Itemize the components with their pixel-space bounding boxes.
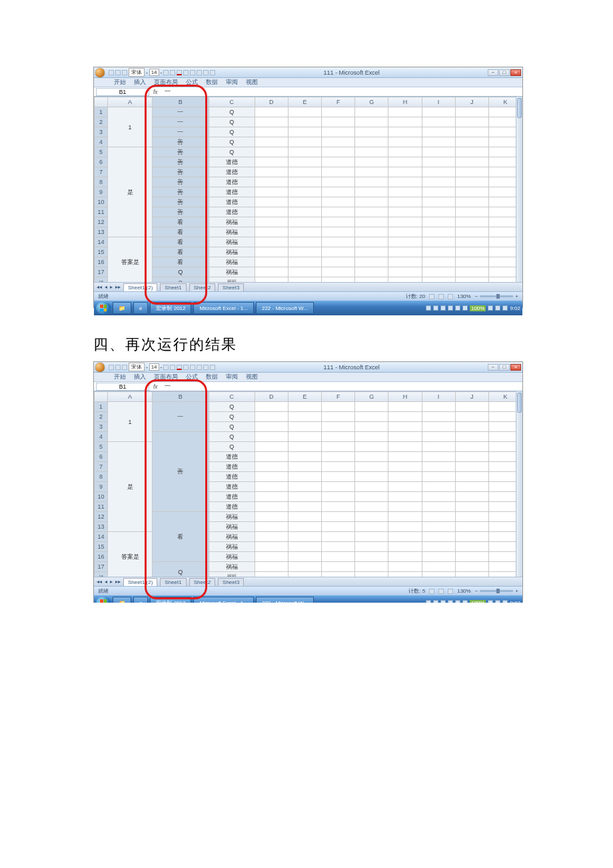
tab-insert[interactable]: 插入 [134,79,146,87]
cell[interactable]: Q [209,412,255,422]
merge-icon[interactable] [183,70,189,75]
col-header-c[interactable]: C [209,97,255,107]
tray-icon[interactable] [440,305,446,311]
nav-last-icon[interactable]: ▸▸ [115,579,121,585]
office-button[interactable] [95,363,105,372]
col-header-e[interactable]: E [288,97,321,107]
office-button[interactable] [95,68,105,77]
cell[interactable]: 祸福 [209,257,255,267]
cell[interactable]: 道德 [209,482,255,492]
col-header-d[interactable]: D [255,392,288,402]
cell[interactable]: Q [209,432,255,442]
sum-icon[interactable] [210,365,215,370]
col-header-j[interactable]: J [455,392,488,402]
col-header-i[interactable]: I [422,392,455,402]
taskbar-item[interactable]: 222 - Microsoft W... [256,302,314,314]
start-button[interactable] [96,302,111,314]
fill-color-icon[interactable] [170,70,175,75]
zoom-level[interactable]: 130% [457,588,470,594]
name-box[interactable]: B1 [96,383,149,391]
tray-icon[interactable] [448,305,453,311]
col-header-h[interactable]: H [388,392,422,402]
view-break-icon[interactable] [448,589,453,594]
cell[interactable]: Q [209,442,255,452]
maximize-button[interactable]: □ [499,364,510,371]
view-layout-icon[interactable] [438,589,444,594]
font-name[interactable]: 宋体 [129,363,145,371]
filter-icon[interactable] [203,70,209,75]
cell[interactable]: 祸福 [209,247,255,257]
filter-icon[interactable] [203,365,209,370]
font-color-icon[interactable] [177,70,182,75]
cell[interactable]: Q [209,137,255,147]
cell[interactable]: 祸福 [209,522,255,532]
font-size[interactable]: 14 [149,69,159,76]
clock[interactable]: 9:02 [510,305,520,311]
cell[interactable]: 祸福 [209,572,255,577]
align-icon[interactable] [190,70,195,75]
cell[interactable]: Q [209,117,255,127]
cell[interactable]: 道德 [209,207,255,217]
tab-home[interactable]: 开始 [114,373,126,381]
taskbar-item[interactable]: Microsoft Excel - 1... [193,597,253,603]
col-header-c[interactable]: C [209,392,255,402]
vertical-scrollbar[interactable] [516,391,522,577]
cell[interactable]: 祸福 [209,277,255,283]
cell[interactable]: 祸福 [209,227,255,237]
tab-data[interactable]: 数据 [206,373,218,381]
tray-icon[interactable] [455,305,460,311]
formula-bar[interactable]: 一 [162,88,522,96]
undo-icon[interactable] [115,365,121,370]
cell[interactable]: 祸福 [209,562,255,572]
undo-icon[interactable] [115,70,121,75]
cell[interactable]: 道德 [209,462,255,472]
cell[interactable]: 道德 [209,452,255,462]
col-header-g[interactable]: G [355,392,388,402]
sort-icon[interactable] [197,365,202,370]
col-header-i[interactable]: I [422,97,455,107]
cell[interactable]: 道德 [209,157,255,167]
font-color-icon[interactable] [177,365,182,370]
tab-review[interactable]: 审阅 [226,79,238,87]
cell[interactable]: 祸福 [209,542,255,552]
tab-review[interactable]: 审阅 [226,373,238,381]
tray-icon[interactable] [462,600,468,603]
cell[interactable]: Q [209,147,255,157]
merge-icon[interactable] [183,365,189,370]
maximize-button[interactable]: □ [499,69,510,76]
cell[interactable]: 祸福 [209,532,255,542]
minimize-button[interactable]: − [488,364,498,371]
taskbar-item[interactable]: e [133,302,148,314]
tray-icon[interactable] [455,600,460,603]
nav-first-icon[interactable]: ◂◂ [97,284,102,290]
zoom-slider[interactable]: −+ [475,588,518,594]
zoom-slider[interactable]: −+ [475,293,518,299]
zoom-level[interactable]: 130% [457,293,470,299]
clock[interactable]: 9:02 [510,600,520,603]
tray-icon[interactable] [426,305,431,311]
font-size[interactable]: 14 [149,363,159,371]
cell[interactable]: Q [209,127,255,137]
col-header-j[interactable]: J [455,97,488,107]
save-icon[interactable] [109,365,114,370]
cell[interactable]: Q [209,107,255,117]
tray-icon[interactable] [502,600,508,603]
nav-next-icon[interactable]: ▸ [110,284,113,290]
col-header-f[interactable]: F [322,97,355,107]
tray-icon[interactable] [462,305,468,311]
vertical-scrollbar[interactable] [516,97,522,282]
cell[interactable]: 道德 [209,177,255,187]
cell[interactable]: 祸福 [209,237,255,247]
select-all-cell[interactable] [95,97,108,107]
close-button[interactable]: × [510,69,521,76]
cell[interactable]: Q [209,402,255,412]
tab-home[interactable]: 开始 [114,79,126,87]
taskbar-item[interactable]: e [133,597,148,603]
sheet-tab[interactable]: Sheet3 [218,283,244,291]
tab-insert[interactable]: 插入 [134,373,146,381]
tray-icon[interactable] [495,600,500,603]
tray-icon[interactable] [495,305,500,311]
select-all-cell[interactable] [95,392,108,402]
font-name[interactable]: 宋体 [129,68,145,77]
formula-bar[interactable]: 一 [162,383,522,391]
